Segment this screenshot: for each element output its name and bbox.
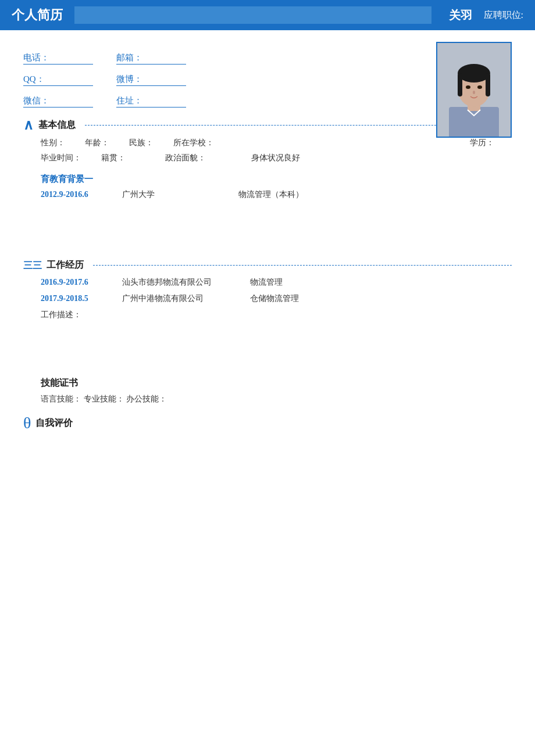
work-description: 工作描述：	[23, 310, 512, 320]
language-skills-label: 语言技能：	[41, 395, 81, 403]
svg-rect-6	[486, 73, 490, 96]
health-cell: 身体状况良好	[251, 153, 300, 163]
photo-area	[436, 42, 512, 138]
info-row-1: 性别： 年龄： 民族： 所在学校： 学历：	[41, 138, 512, 148]
contact-row-1: 电话： 邮箱：	[23, 52, 419, 65]
work-date-1: 2016.9-2017.6	[41, 278, 122, 287]
edu-date-1: 2012.9-2016.6	[41, 190, 122, 199]
svg-point-4	[458, 64, 490, 83]
weibo-field: 微博：	[116, 74, 186, 86]
politics-cell: 政治面貌：	[165, 153, 206, 163]
resume-header: 个人简历 关羽 应聘职位:	[0, 0, 535, 30]
work-divider	[93, 265, 512, 266]
svg-point-7	[466, 85, 470, 89]
contact-row-3: 微信： 住址：	[23, 95, 419, 108]
work-company-2: 广州中港物流有限公司	[122, 293, 250, 304]
office-skills-label: 办公技能：	[126, 395, 167, 403]
spacer-1	[23, 205, 512, 245]
work-position-2: 仓储物流管理	[250, 293, 299, 304]
self-eval-header: θ 自我评价	[23, 415, 512, 431]
main-content: 电话： 邮箱： QQ： 微博： 微信： 住址： ∧ 基本信息	[0, 30, 535, 449]
header-decoration-bar	[74, 6, 431, 24]
photo-placeholder	[437, 43, 511, 137]
age-cell: 年龄：	[85, 138, 109, 148]
skills-section: 技能证书 语言技能： 专业技能： 办公技能：	[23, 377, 512, 404]
ethnicity-cell: 民族：	[129, 138, 154, 148]
edu-school-1: 广州大学	[122, 189, 238, 200]
work-section-header: 三三 工作经历	[23, 259, 512, 271]
skills-row: 语言技能： 专业技能： 办公技能：	[41, 394, 512, 404]
svg-rect-1	[449, 107, 499, 137]
work-row-2: 2017.9-2018.5 广州中港物流有限公司 仓储物流管理	[23, 293, 512, 304]
work-section-title: 工作经历	[47, 259, 84, 271]
self-eval-title: 自我评价	[35, 417, 73, 429]
professional-skills-label: 专业技能：	[84, 395, 124, 403]
self-eval-icon: θ	[23, 415, 31, 431]
contact-row-2: QQ： 微博：	[23, 74, 419, 86]
education-subsection-title: 育教育背景一	[41, 174, 512, 185]
gender-cell: 性别：	[41, 138, 65, 148]
wechat-field: 微信：	[23, 95, 93, 108]
email-field: 邮箱：	[116, 52, 186, 65]
profile-photo-svg	[437, 43, 511, 137]
work-row-1: 2016.9-2017.6 汕头市德邦物流有限公司 物流管理	[23, 277, 512, 288]
basic-info-title: 基本信息	[38, 119, 76, 131]
work-position-1: 物流管理	[250, 277, 283, 288]
position-label: 应聘职位:	[484, 9, 523, 22]
hometown-cell: 籍贯：	[101, 153, 126, 163]
work-section-icon: 三三	[23, 261, 42, 270]
basic-info-grid: 性别： 年龄： 民族： 所在学校： 学历： 毕业时间： 籍贯：	[23, 138, 512, 163]
address-field: 住址：	[116, 95, 186, 108]
svg-point-9	[473, 91, 475, 94]
phone-field: 电话：	[23, 52, 93, 65]
edu-row-1: 2012.9-2016.6 广州大学 物流管理（本科）	[23, 189, 512, 200]
work-company-1: 汕头市德邦物流有限公司	[122, 277, 250, 288]
work-date-2: 2017.9-2018.5	[41, 294, 122, 303]
resume-title: 个人简历	[12, 6, 63, 24]
basic-info-icon: ∧	[23, 118, 34, 132]
info-row-2: 毕业时间： 籍贯： 政治面貌： 身体状况良好	[41, 153, 512, 163]
qq-field: QQ：	[23, 74, 93, 86]
skills-title: 技能证书	[41, 377, 512, 389]
education-cell: 学历：	[470, 138, 494, 148]
applicant-name: 关羽	[449, 8, 472, 23]
edu-major-1: 物流管理（本科）	[238, 189, 304, 200]
school-cell: 所在学校：	[173, 138, 214, 148]
spacer-2	[23, 325, 512, 371]
graduation-cell: 毕业时间：	[41, 153, 81, 163]
svg-point-8	[477, 85, 482, 89]
svg-rect-5	[458, 73, 462, 96]
